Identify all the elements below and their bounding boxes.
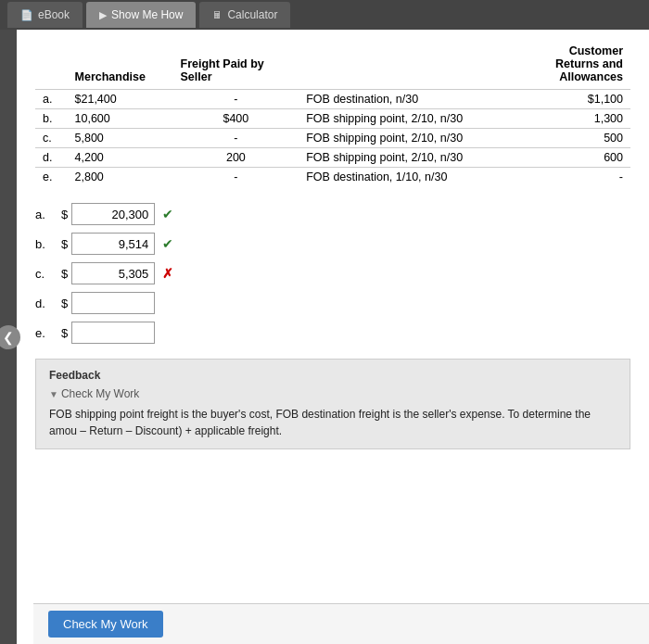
row-b-terms: FOB shipping point, 2/10, n/30 bbox=[299, 109, 528, 129]
row-b-returns: 1,300 bbox=[528, 109, 630, 129]
feedback-title: Feedback bbox=[49, 369, 617, 382]
sidebar: ❮ bbox=[0, 30, 17, 644]
row-c-freight: - bbox=[173, 129, 299, 148]
row-d-freight: 200 bbox=[173, 148, 299, 168]
row-e-merch: 2,800 bbox=[68, 168, 173, 187]
check-my-work-button[interactable]: Check My Work bbox=[48, 611, 163, 638]
table-row: c. 5,800 - FOB shipping point, 2/10, n/3… bbox=[35, 129, 630, 148]
row-d-terms: FOB shipping point, 2/10, n/30 bbox=[299, 148, 528, 168]
answer-b-input[interactable] bbox=[71, 233, 155, 255]
row-d-label: d. bbox=[35, 148, 68, 168]
answer-a-checkmark: ✔ bbox=[162, 207, 173, 221]
row-a-freight: - bbox=[173, 90, 299, 109]
row-b-freight: $400 bbox=[173, 109, 299, 129]
top-nav: 📄 eBook ▶ Show Me How 🖩 Calculator bbox=[0, 0, 649, 30]
answer-row-e: e. $ bbox=[35, 322, 630, 344]
answer-row-a: a. $ ✔ bbox=[35, 203, 630, 225]
tab-show-me-how-label: Show Me How bbox=[111, 8, 183, 21]
answer-d-label: d. bbox=[35, 297, 57, 310]
main-scroll: Merchandise Freight Paid by Seller Custo… bbox=[17, 30, 649, 644]
check-my-work-link-label: Check My Work bbox=[61, 387, 139, 400]
row-c-returns: 500 bbox=[528, 129, 630, 148]
answer-e-dollar: $ bbox=[61, 326, 68, 340]
answer-b-checkmark: ✔ bbox=[162, 236, 173, 251]
row-e-freight: - bbox=[173, 168, 299, 187]
table-row: d. 4,200 200 FOB shipping point, 2/10, n… bbox=[35, 148, 630, 168]
answers-section: a. $ ✔ b. $ ✔ c. $ ✗ bbox=[35, 203, 630, 344]
answer-c-label: c. bbox=[35, 267, 57, 281]
tab-show-me-how[interactable]: ▶ Show Me How bbox=[86, 2, 196, 28]
answer-row-c: c. $ ✗ bbox=[35, 262, 630, 284]
row-a-label: a. bbox=[35, 90, 68, 109]
table-row: a. $21,400 - FOB destination, n/30 $1,10… bbox=[35, 90, 630, 109]
tab-ebook-label: eBook bbox=[38, 8, 70, 21]
answer-row-d: d. $ bbox=[35, 292, 630, 314]
triangle-down-icon: ▼ bbox=[49, 389, 58, 399]
main-wrapper: Merchandise Freight Paid by Seller Custo… bbox=[17, 30, 649, 644]
row-b-merch: 10,600 bbox=[68, 109, 173, 129]
tab-ebook[interactable]: 📄 eBook bbox=[7, 2, 83, 28]
table-row: b. 10,600 $400 FOB shipping point, 2/10,… bbox=[35, 109, 630, 129]
row-a-returns: $1,100 bbox=[528, 90, 630, 109]
answer-e-input[interactable] bbox=[71, 322, 155, 344]
answer-a-label: a. bbox=[35, 208, 57, 221]
th-returns: Customer Returns and Allowances bbox=[528, 44, 630, 90]
answer-a-dollar: $ bbox=[61, 208, 68, 221]
answer-d-input[interactable] bbox=[71, 292, 155, 314]
th-merchandise: Merchandise bbox=[68, 44, 173, 90]
answer-d-dollar: $ bbox=[61, 297, 68, 310]
row-a-terms: FOB destination, n/30 bbox=[299, 90, 528, 109]
bottom-bar: Check My Work bbox=[33, 603, 649, 644]
th-freight: Freight Paid by Seller bbox=[173, 44, 299, 90]
answer-a-input[interactable] bbox=[71, 203, 155, 225]
feedback-text: FOB shipping point freight is the buyer'… bbox=[49, 406, 617, 439]
feedback-section: Feedback ▼ Check My Work FOB shipping po… bbox=[35, 359, 630, 449]
answer-c-wrong-icon: ✗ bbox=[162, 266, 173, 281]
table-row: e. 2,800 - FOB destination, 1/10, n/30 - bbox=[35, 168, 630, 187]
th-terms bbox=[299, 44, 528, 90]
row-e-label: e. bbox=[35, 168, 68, 187]
tab-calculator[interactable]: 🖩 Calculator bbox=[199, 2, 290, 28]
check-my-work-link[interactable]: ▼ Check My Work bbox=[49, 387, 617, 400]
tab-calculator-label: Calculator bbox=[227, 8, 277, 21]
row-a-merch: $21,400 bbox=[68, 90, 173, 109]
answer-e-label: e. bbox=[35, 326, 57, 340]
th-label bbox=[35, 44, 68, 90]
row-c-terms: FOB shipping point, 2/10, n/30 bbox=[299, 129, 528, 148]
answer-b-dollar: $ bbox=[61, 237, 68, 251]
answer-c-dollar: $ bbox=[61, 267, 68, 281]
main-layout: ❮ Merchandise Freight Paid by Seller Cus… bbox=[0, 30, 649, 644]
answer-row-b: b. $ ✔ bbox=[35, 233, 630, 255]
ebook-icon: 📄 bbox=[20, 9, 33, 21]
row-d-merch: 4,200 bbox=[68, 148, 173, 168]
answer-c-input[interactable] bbox=[71, 262, 155, 284]
row-e-terms: FOB destination, 1/10, n/30 bbox=[299, 168, 528, 187]
problem-table: Merchandise Freight Paid by Seller Custo… bbox=[35, 44, 630, 186]
calculator-icon: 🖩 bbox=[212, 9, 223, 20]
row-e-returns: - bbox=[528, 168, 630, 187]
row-c-merch: 5,800 bbox=[68, 129, 173, 148]
answer-b-label: b. bbox=[35, 237, 57, 251]
row-d-returns: 600 bbox=[528, 148, 630, 168]
row-c-label: c. bbox=[35, 129, 68, 148]
row-b-label: b. bbox=[35, 109, 68, 129]
show-me-how-icon: ▶ bbox=[99, 9, 107, 21]
